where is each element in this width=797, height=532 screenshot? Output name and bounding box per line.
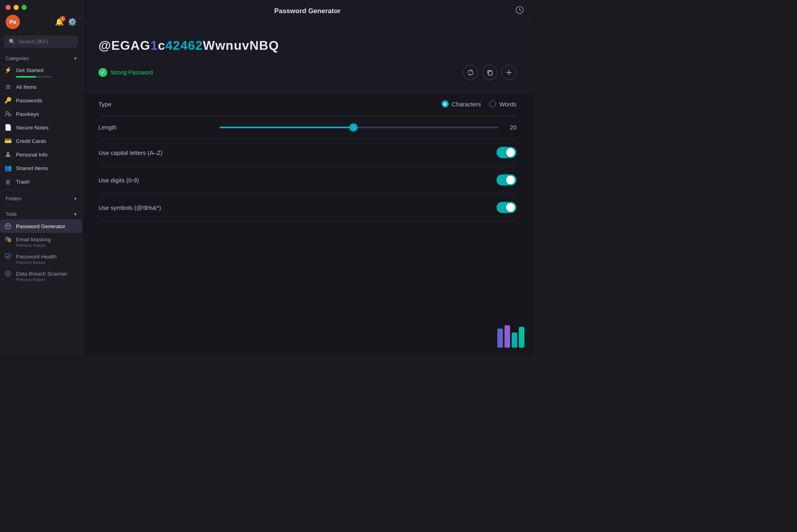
email-masking-label: Email Masking	[16, 237, 51, 243]
symbols-label: Use symbols (@!$%&*)	[98, 204, 161, 211]
digits-toggle-knob	[506, 176, 515, 184]
length-slider-track[interactable]	[220, 127, 499, 128]
settings-button[interactable]: ⚙️	[68, 18, 77, 26]
type-option-row: Type Characters Words	[98, 92, 516, 116]
passkey-icon	[4, 110, 12, 118]
sidebar-item-secure-notes[interactable]: 📄 Secure Notes	[0, 121, 82, 134]
get-started-label: Get Started	[16, 67, 43, 73]
data-breach-scanner-premium-label: Premium feature	[16, 278, 78, 282]
tools-chevron-icon: ▾	[74, 211, 77, 217]
app-logo	[497, 325, 524, 348]
sidebar-item-password-health[interactable]: Password Health Premium feature	[0, 250, 82, 267]
sidebar-item-personal-info[interactable]: Personal Info	[0, 148, 82, 161]
password-part-1: @EGAG	[98, 38, 150, 53]
symbols-option-row: Use symbols (@!$%&*)	[98, 194, 516, 221]
sidebar-item-shared-items[interactable]: 👥 Shared Items	[0, 161, 82, 175]
sidebar-item-all-items[interactable]: ⊞ All Items	[0, 80, 82, 94]
trash-label: Trash	[16, 179, 29, 185]
folders-chevron-icon: ▾	[74, 196, 77, 201]
scanner-icon	[4, 270, 12, 278]
tools-section-header[interactable]: Tools ▾	[6, 210, 77, 219]
sidebar-item-passkeys[interactable]: Passkeys	[0, 107, 82, 121]
svg-point-5	[8, 226, 9, 227]
categories-section-header[interactable]: Categories ▾	[6, 54, 77, 63]
type-characters-option[interactable]: Characters	[442, 100, 481, 108]
passwords-label: Passwords	[16, 98, 42, 104]
passkeys-label: Passkeys	[16, 111, 39, 117]
regenerate-button[interactable]	[463, 65, 478, 80]
generated-password: @EGAG1c42462WwnuvNBQ	[98, 38, 516, 53]
capitals-toggle[interactable]	[497, 147, 516, 158]
type-words-option[interactable]: Words	[489, 100, 516, 108]
symbols-toggle-knob	[506, 203, 515, 212]
personal-info-label: Personal Info	[16, 152, 48, 158]
logo-bar-2	[505, 325, 510, 348]
capitals-toggle-knob	[506, 148, 515, 157]
strength-label: Strong Password	[110, 69, 153, 76]
data-breach-scanner-label: Data Breach Scanner	[16, 271, 67, 277]
sidebar-item-password-generator[interactable]: Password Generator	[0, 219, 82, 233]
folders-label: Folders	[6, 196, 22, 201]
search-input[interactable]	[18, 39, 73, 45]
sidebar-item-trash[interactable]: 🗑 Trash	[0, 175, 82, 188]
characters-label: Characters	[452, 101, 481, 108]
grid-icon: ⊞	[4, 83, 12, 91]
close-button[interactable]	[6, 5, 11, 10]
password-part-2: 1	[150, 38, 158, 53]
main-header: Password Generator	[82, 0, 532, 22]
password-generator-label: Password Generator	[16, 223, 65, 229]
words-label: Words	[499, 101, 516, 108]
divider-1	[4, 190, 78, 190]
password-health-premium-label: Premium feature	[16, 260, 78, 265]
sidebar-item-email-masking[interactable]: 🎭 Email Masking Premium feature	[0, 233, 82, 250]
digits-label: Use digits (0-9)	[98, 177, 139, 184]
lightning-icon: ⚡	[4, 66, 12, 74]
add-button[interactable]	[501, 65, 516, 80]
folders-section-header[interactable]: Folders ▾	[6, 194, 77, 203]
capitals-option-row: Use capital letters (A–Z)	[98, 139, 516, 166]
svg-rect-10	[489, 71, 492, 75]
strength-indicator: ✓ Strong Password	[98, 68, 153, 77]
divider-2	[4, 205, 78, 206]
shared-icon: 👥	[4, 164, 12, 172]
notification-badge: 1	[60, 16, 65, 22]
mask-icon: 🎭	[4, 235, 12, 243]
history-button[interactable]	[515, 5, 524, 17]
characters-radio[interactable]	[442, 100, 449, 108]
trash-icon: 🗑	[4, 178, 12, 186]
words-radio[interactable]	[489, 100, 496, 108]
note-icon: 📄	[4, 123, 12, 131]
tools-label: Tools	[6, 211, 17, 217]
logo-bar-3	[512, 332, 517, 348]
notifications-button[interactable]: 🔔 1	[55, 18, 64, 26]
capitals-label: Use capital letters (A–Z)	[98, 149, 163, 156]
avatar[interactable]: Pa	[6, 15, 20, 29]
length-label: Length	[98, 124, 117, 131]
sidebar-item-data-breach-scanner[interactable]: Data Breach Scanner Premium feature	[0, 267, 82, 284]
sidebar-item-get-started[interactable]: ⚡ Get Started	[0, 64, 82, 80]
sidebar-item-passwords[interactable]: 🔑 Passwords	[0, 94, 82, 107]
shared-items-label: Shared Items	[16, 165, 48, 171]
all-items-label: All Items	[16, 84, 37, 90]
secure-notes-label: Secure Notes	[16, 125, 49, 131]
digits-toggle[interactable]	[497, 174, 516, 186]
password-part-5: WwnuvNBQ	[203, 38, 279, 53]
generator-icon	[4, 222, 12, 230]
copy-button[interactable]	[482, 65, 497, 80]
password-health-label: Password Health	[16, 254, 57, 260]
credit-card-icon: 💳	[4, 137, 12, 145]
minimize-button[interactable]	[14, 5, 19, 10]
search-bar[interactable]: 🔍	[4, 35, 78, 48]
password-display-area: @EGAG1c42462WwnuvNBQ ✓ Strong Password	[82, 22, 532, 92]
sidebar-item-credit-cards[interactable]: 💳 Credit Cards	[0, 134, 82, 148]
get-started-progress	[16, 76, 52, 78]
slider-thumb[interactable]	[349, 123, 357, 131]
digits-option-row: Use digits (0-9)	[98, 166, 516, 194]
key-icon: 🔑	[4, 96, 12, 104]
svg-point-3	[7, 152, 9, 155]
person-icon	[4, 151, 12, 158]
strength-icon: ✓	[98, 68, 107, 77]
maximize-button[interactable]	[22, 5, 27, 10]
type-label: Type	[98, 101, 112, 108]
symbols-toggle[interactable]	[497, 202, 516, 213]
